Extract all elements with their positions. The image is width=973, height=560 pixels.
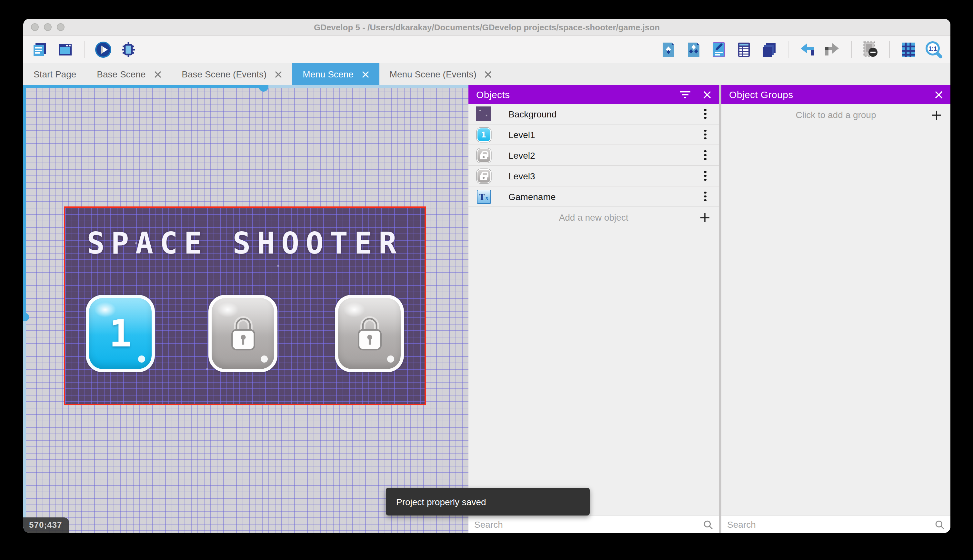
close-window-button[interactable] (31, 23, 39, 31)
traffic-lights (31, 23, 65, 31)
add-object-plus-icon[interactable] (700, 213, 710, 222)
objects-search-bar (468, 515, 719, 533)
game-title-text-object[interactable]: SPACE SHOOTER (65, 226, 425, 261)
tab-label: Menu Scene (Events) (390, 69, 477, 79)
object-name: Level3 (508, 171, 704, 181)
instances-list-icon[interactable] (735, 41, 753, 59)
toolbar-left-group (31, 41, 137, 59)
close-icon[interactable] (935, 91, 943, 98)
object-menu-icon[interactable] (704, 150, 706, 160)
object-groups-panel: Object Groups Click to add a group (721, 85, 950, 533)
object-groups-panel-header: Object Groups (721, 85, 950, 104)
level2-button-object[interactable] (208, 295, 277, 372)
objects-panel-icon[interactable] (660, 41, 678, 59)
vertical-scrollbar-fill (23, 85, 26, 317)
toolbar-divider (788, 41, 788, 58)
close-tab-icon[interactable] (362, 71, 369, 78)
objects-panel-title: Objects (476, 89, 680, 100)
lock-icon (354, 314, 385, 353)
locked-button-thumbnail (477, 148, 491, 162)
object-name: Level1 (508, 129, 704, 140)
editor-content: SPACE SHOOTER 1 (23, 85, 950, 533)
grid-icon[interactable] (900, 41, 918, 59)
add-object-label: Add a new object (468, 212, 719, 223)
properties-icon[interactable] (710, 41, 728, 59)
object-menu-icon[interactable] (704, 109, 706, 119)
objects-search-input[interactable] (474, 519, 703, 530)
tab-label: Start Page (33, 69, 76, 79)
toolbar: 1:1 (23, 36, 950, 63)
close-icon[interactable] (703, 91, 711, 98)
objects-panel: Objects (468, 85, 719, 533)
groups-search-bar (721, 515, 950, 533)
search-icon (935, 520, 945, 529)
object-name: Gamename (508, 191, 704, 202)
undo-icon[interactable] (798, 41, 816, 59)
panel-divider[interactable] (719, 85, 721, 533)
horizontal-scrollbar-fill (23, 85, 263, 88)
tab-label: Base Scene (Events) (182, 69, 267, 79)
objects-list: Background 1 Level1 Level2 (468, 104, 719, 515)
search-icon (703, 520, 713, 529)
scene-window-icon[interactable] (56, 41, 74, 59)
object-row-level3[interactable]: Level3 (468, 166, 719, 187)
zoom-icon-label: 1:1 (928, 45, 937, 52)
minimize-window-button[interactable] (44, 23, 52, 31)
horizontal-scrollbar[interactable] (23, 85, 468, 88)
lock-icon (480, 175, 487, 180)
zoom-window-button[interactable] (57, 23, 65, 31)
level3-button-object[interactable] (335, 295, 404, 372)
horizontal-scrollbar-thumb[interactable] (259, 85, 268, 92)
close-tab-icon[interactable] (485, 71, 492, 78)
object-row-level1[interactable]: 1 Level1 (468, 125, 719, 145)
tab-base-scene-events[interactable]: Base Scene (Events) (171, 63, 292, 85)
window-mask-icon[interactable] (861, 41, 880, 59)
zoom-original-icon[interactable]: 1:1 (925, 41, 943, 59)
add-group-row[interactable]: Click to add a group (721, 104, 950, 126)
add-group-plus-icon[interactable] (932, 110, 941, 120)
object-groups-icon[interactable] (685, 41, 703, 59)
object-menu-icon[interactable] (704, 192, 706, 202)
tab-bar: Start Page Base Scene Base Scene (Events… (23, 63, 950, 85)
object-groups-panel-title: Object Groups (729, 89, 935, 100)
cursor-coordinates-badge: 570;437 (23, 517, 69, 533)
object-menu-icon[interactable] (704, 130, 706, 140)
filter-icon[interactable] (680, 91, 690, 98)
vertical-scrollbar[interactable] (23, 85, 26, 533)
preview-play-icon[interactable] (94, 41, 112, 59)
toolbar-right-group: 1:1 (660, 41, 943, 59)
object-name: Background (508, 109, 704, 119)
toolbar-divider (84, 41, 85, 58)
level1-button-label: 1 (109, 312, 132, 355)
toast-message: Project properly saved (396, 497, 486, 507)
screenshot-stage: GDevelop 5 - /Users/dkarakay/Documents/G… (0, 0, 973, 560)
close-tab-icon[interactable] (275, 71, 282, 78)
groups-search-input[interactable] (727, 519, 935, 530)
add-object-row[interactable]: Add a new object (468, 207, 719, 228)
scene-editor-canvas[interactable]: SPACE SHOOTER 1 (23, 85, 468, 533)
object-row-background[interactable]: Background (468, 104, 719, 125)
gdevelop-window: GDevelop 5 - /Users/dkarakay/Documents/G… (23, 19, 950, 533)
tab-menu-scene-events[interactable]: Menu Scene (Events) (379, 63, 502, 85)
background-thumbnail (476, 107, 491, 121)
project-manager-icon[interactable] (31, 41, 49, 59)
close-tab-icon[interactable] (154, 71, 161, 78)
tab-menu-scene[interactable]: Menu Scene (292, 63, 379, 85)
tab-label: Menu Scene (303, 69, 353, 79)
vertical-scrollbar-thumb[interactable] (23, 313, 29, 321)
object-row-level2[interactable]: Level2 (468, 145, 719, 166)
tab-base-scene[interactable]: Base Scene (87, 63, 171, 85)
object-row-gamename[interactable]: Tx Gamename (468, 187, 719, 207)
lock-icon (227, 314, 258, 353)
tab-start-page[interactable]: Start Page (23, 63, 87, 85)
toolbar-divider (889, 41, 890, 58)
debug-icon[interactable] (119, 41, 137, 59)
redo-icon[interactable] (823, 41, 841, 59)
locked-button-thumbnail (477, 169, 491, 183)
level1-button-object[interactable]: 1 (86, 295, 155, 372)
object-menu-icon[interactable] (704, 171, 706, 181)
object-name: Level2 (508, 150, 704, 160)
layers-icon[interactable] (760, 41, 778, 59)
scene-background-object[interactable]: SPACE SHOOTER 1 (64, 207, 426, 405)
window-title: GDevelop 5 - /Users/dkarakay/Documents/G… (23, 22, 950, 32)
